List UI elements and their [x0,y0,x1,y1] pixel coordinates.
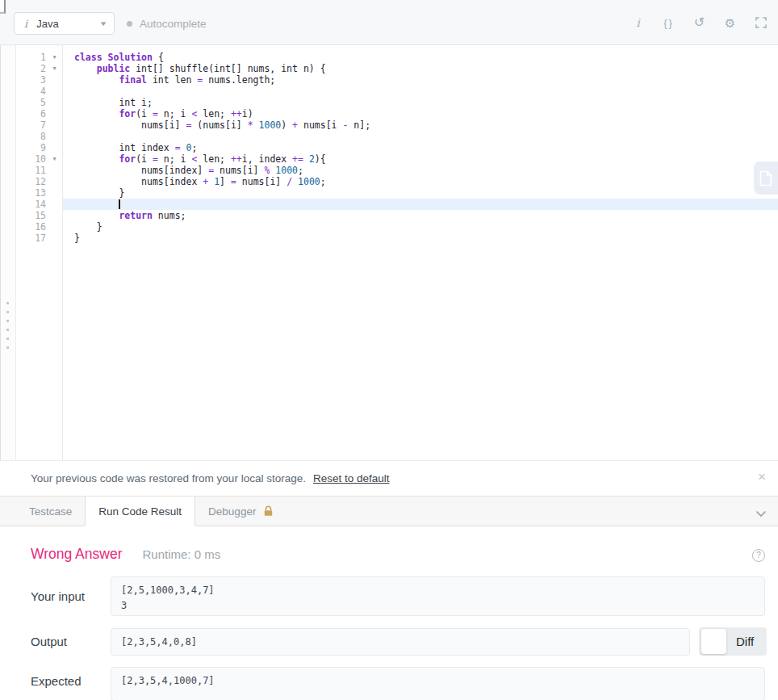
tab-debugger[interactable]: Debugger [195,497,287,526]
your-input-value: [2,5,1000,3,4,7]3 [111,576,765,616]
gutter-cell: 2▼ [16,63,63,74]
code-line: 1▼class Solution { [16,52,778,63]
copy-code-button[interactable] [754,161,778,195]
code-text[interactable]: final int len = nums.length; [63,74,778,86]
code-line: 6 for(i = n; i < len; ++i) [16,108,778,119]
code-text[interactable]: int index = 0; [63,142,778,153]
code-text[interactable] [63,131,778,142]
gutter-cell: 5 [16,97,63,108]
help-icon[interactable]: ? [752,549,765,562]
code-line: 3 final int len = nums.length; [16,74,778,86]
gutter-cell: 11 [16,165,63,176]
your-input-label: Your input [31,589,111,603]
fullscreen-icon[interactable] [754,17,768,28]
editor-toolbar: i Java ▼ Autocomplete i {} ↺ ⚙ [0,0,778,45]
expected-row: Expected [2,3,5,4,1000,7] [31,667,765,700]
gutter-cell: 8 [16,131,63,142]
fold-spacer [46,221,63,233]
fold-spacer [46,233,63,244]
code-line: 5 int i; [16,97,778,108]
line-number: 5 [16,97,46,108]
code-line: 17} [16,233,778,244]
input-line: 3 [121,598,755,614]
gutter-cell: 13 [16,187,63,199]
code-text[interactable]: class Solution { [63,52,778,63]
bottom-tabbar: Testcase Run Code Result Debugger [0,496,778,526]
output-label: Output [31,635,111,648]
code-text[interactable] [63,86,778,97]
line-number: 12 [16,176,46,187]
code-text[interactable]: int i; [63,97,778,108]
code-line: 16 } [16,221,778,233]
code-text[interactable]: public int[] shuffle(int[] nums, int n) … [63,63,778,74]
result-runtime: Runtime: 0 ms [142,547,220,561]
code-line: 13 } [16,187,778,199]
gutter-cell: 4 [16,86,63,97]
notification-message: Your previous code was restored from you… [31,472,306,484]
gutter-cell: 15 [16,210,63,221]
input-line: [2,5,1000,3,4,7] [121,583,755,598]
code-text[interactable]: nums[index] = nums[i] % 1000; [63,165,778,176]
code-text[interactable]: for(i = n; i < len; ++i) [63,108,778,119]
diff-toggle-knob [701,629,726,654]
fold-spacer [46,119,63,131]
panel-resize-handle[interactable] [0,45,16,460]
fold-spacer [46,131,63,142]
tab-run-code-result[interactable]: Run Code Result [85,497,195,526]
info-icon[interactable]: i [631,17,645,28]
gutter-cell: 14 [16,199,63,210]
restore-notification: Your previous code was restored from you… [0,460,778,496]
tab-run-code-result-label: Run Code Result [98,505,182,518]
fold-spacer [46,86,63,97]
code-editor[interactable]: 1▼class Solution {2▼ public int[] shuffl… [16,45,778,460]
code-text[interactable]: return nums; [63,210,778,221]
autocomplete-status-dot [127,21,132,27]
format-code-icon[interactable]: {} [662,18,676,28]
language-select[interactable]: i Java ▼ [14,12,115,35]
chevron-down-icon: ▼ [98,20,107,27]
diff-toggle-label: Diff [736,635,754,648]
fold-arrow-icon[interactable]: ▼ [46,153,63,165]
code-text[interactable]: nums[i] = (nums[i] * 1000) + nums[i - n]… [63,119,778,131]
fold-arrow-icon[interactable]: ▼ [46,63,63,74]
line-number: 1 [16,52,46,63]
reset-code-icon[interactable]: ↺ [692,16,706,29]
gutter-cell: 7 [16,119,63,131]
code-line: 12 nums[index + 1] = nums[i] / 1000; [16,176,778,187]
gutter-cell: 9 [16,142,63,153]
line-number: 4 [16,86,46,97]
line-number: 6 [16,108,46,119]
line-number: 3 [16,74,46,86]
code-text[interactable]: nums[index + 1] = nums[i] / 1000; [63,176,778,187]
code-line: 4 [16,86,778,97]
fold-spacer [46,142,63,153]
fold-spacer [46,176,63,187]
code-line: 15 return nums; [16,210,778,221]
line-number: 13 [16,187,46,199]
close-icon[interactable]: × [758,470,766,484]
code-text[interactable]: } [63,221,778,233]
autocomplete-label: Autocomplete [140,18,207,30]
collapse-panel-chevron-icon[interactable] [755,506,767,521]
code-text[interactable] [63,199,778,210]
reset-to-default-link[interactable]: Reset to default [313,472,390,484]
code-line: 9 int index = 0; [16,142,778,153]
tab-testcase[interactable]: Testcase [16,497,85,526]
fold-spacer [46,108,63,119]
result-status-row: Wrong Answer Runtime: 0 ms [31,546,220,563]
code-text[interactable]: } [63,187,778,199]
your-input-row: Your input [2,5,1000,3,4,7]3 [31,576,765,616]
code-text[interactable]: } [63,233,778,244]
run-result-panel: Wrong Answer Runtime: 0 ms ? Your input … [0,526,778,700]
result-status: Wrong Answer [31,546,122,563]
gutter-cell: 1▼ [16,52,63,63]
fold-spacer [46,97,63,108]
autocomplete-toggle[interactable]: Autocomplete [127,12,207,35]
settings-gear-icon[interactable]: ⚙ [723,17,737,29]
code-line: 8 [16,131,778,142]
diff-toggle[interactable]: Diff [699,627,767,656]
fold-arrow-icon[interactable]: ▼ [46,52,63,63]
code-text[interactable]: for(i = n; i < len; ++i, index += 2){ [63,153,778,165]
panel-corner-fragment [0,0,6,14]
gutter-cell: 3 [16,74,63,86]
